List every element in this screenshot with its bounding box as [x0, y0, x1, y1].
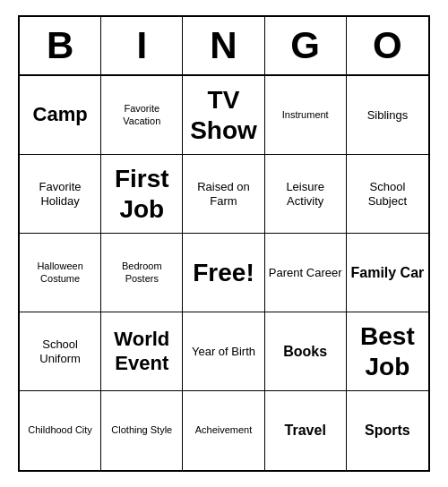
- cell-text: Favorite Holiday: [23, 180, 97, 208]
- bingo-cell[interactable]: School Subject: [347, 155, 428, 234]
- cell-text: Bedroom Posters: [105, 261, 178, 284]
- bingo-cell[interactable]: Books: [265, 312, 347, 391]
- header-letter: O: [347, 17, 428, 74]
- cell-text: Favorite Vacation: [105, 103, 178, 126]
- cell-text: Camp: [33, 103, 88, 126]
- bingo-cell[interactable]: Bedroom Posters: [101, 234, 183, 312]
- bingo-cell[interactable]: Siblings: [347, 76, 428, 155]
- bingo-grid: CampFavorite VacationTV ShowInstrumentSi…: [20, 76, 428, 470]
- bingo-cell[interactable]: School Uniform: [20, 312, 101, 391]
- cell-text: World Event: [105, 328, 178, 375]
- cell-text: Year of Birth: [192, 345, 255, 359]
- bingo-cell[interactable]: Best Job: [347, 312, 428, 391]
- bingo-cell[interactable]: Raised on Farm: [183, 155, 264, 234]
- cell-text: School Subject: [350, 180, 425, 208]
- cell-text: Sports: [365, 422, 410, 439]
- cell-text: Parent Career: [269, 266, 342, 280]
- bingo-cell[interactable]: TV Show: [183, 76, 264, 155]
- cell-text: First Job: [105, 164, 178, 224]
- bingo-cell[interactable]: Parent Career: [265, 234, 347, 312]
- bingo-cell[interactable]: First Job: [101, 155, 183, 234]
- bingo-cell[interactable]: World Event: [101, 312, 183, 391]
- cell-text: Clothing Style: [111, 424, 172, 436]
- header-letter: G: [265, 17, 347, 74]
- header-letter: B: [20, 17, 101, 74]
- bingo-cell[interactable]: Family Car: [347, 234, 428, 312]
- cell-text: Best Job: [350, 321, 425, 381]
- cell-text: Instrument: [282, 109, 329, 121]
- bingo-cell[interactable]: Camp: [20, 76, 101, 155]
- cell-text: Free!: [193, 258, 254, 288]
- cell-text: Childhood City: [28, 424, 92, 436]
- cell-text: Acheivement: [195, 424, 253, 436]
- cell-text: Leisure Activity: [269, 180, 342, 208]
- bingo-cell[interactable]: Halloween Costume: [20, 234, 101, 312]
- bingo-card: BINGO CampFavorite VacationTV ShowInstru…: [18, 15, 430, 472]
- cell-text: Halloween Costume: [23, 261, 97, 284]
- bingo-cell[interactable]: Instrument: [265, 76, 347, 155]
- bingo-cell[interactable]: Year of Birth: [183, 312, 264, 391]
- cell-text: TV Show: [186, 85, 260, 145]
- cell-text: Family Car: [350, 264, 424, 281]
- cell-text: Raised on Farm: [186, 180, 260, 208]
- bingo-cell[interactable]: Acheivement: [183, 391, 264, 470]
- bingo-cell[interactable]: Favorite Holiday: [20, 155, 101, 234]
- cell-text: Travel: [285, 422, 326, 439]
- cell-text: Siblings: [367, 108, 409, 123]
- bingo-cell[interactable]: Favorite Vacation: [101, 76, 183, 155]
- bingo-header: BINGO: [20, 17, 428, 76]
- cell-text: School Uniform: [23, 337, 97, 365]
- header-letter: I: [101, 17, 183, 74]
- bingo-cell[interactable]: Clothing Style: [101, 391, 183, 470]
- bingo-cell[interactable]: Childhood City: [20, 391, 101, 470]
- cell-text: Books: [283, 343, 327, 360]
- bingo-cell[interactable]: Leisure Activity: [265, 155, 347, 234]
- bingo-cell[interactable]: Travel: [265, 391, 347, 470]
- bingo-cell[interactable]: Free!: [183, 234, 264, 312]
- bingo-cell[interactable]: Sports: [347, 391, 428, 470]
- header-letter: N: [183, 17, 264, 74]
